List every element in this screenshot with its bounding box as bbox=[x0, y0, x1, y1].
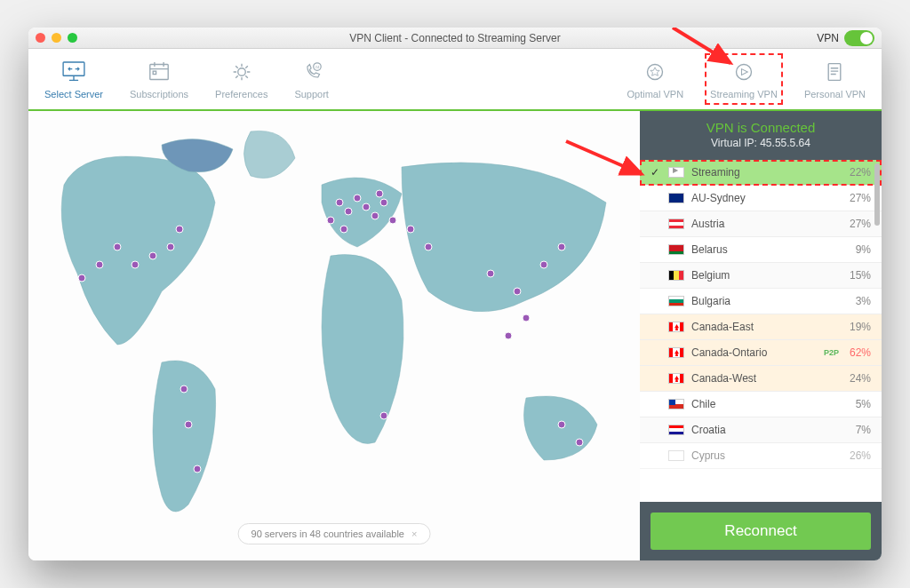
svg-point-46 bbox=[558, 421, 565, 428]
close-window-button[interactable] bbox=[36, 33, 45, 43]
server-row[interactable]: AU-Sydney 27% bbox=[640, 186, 882, 211]
star-badge-icon bbox=[640, 59, 670, 85]
flag-icon bbox=[668, 347, 684, 358]
svg-point-35 bbox=[327, 217, 334, 224]
svg-point-44 bbox=[523, 314, 530, 322]
flag-icon bbox=[668, 322, 684, 332]
server-load: 7% bbox=[856, 424, 871, 436]
toolbar: Select Server Subscriptions Preferences … bbox=[28, 49, 882, 111]
svg-point-24 bbox=[180, 385, 188, 393]
flag-icon bbox=[668, 425, 684, 435]
subscriptions-tab[interactable]: Subscriptions bbox=[130, 59, 188, 99]
server-name: AU-Sydney bbox=[691, 192, 842, 204]
svg-point-29 bbox=[354, 195, 361, 202]
server-load: 19% bbox=[850, 321, 871, 333]
svg-point-25 bbox=[185, 421, 192, 428]
svg-point-45 bbox=[505, 332, 512, 339]
streaming-icon bbox=[668, 167, 684, 178]
svg-point-28 bbox=[345, 208, 352, 215]
flag-icon bbox=[668, 399, 684, 409]
server-load: 3% bbox=[856, 295, 871, 307]
subscriptions-label: Subscriptions bbox=[130, 89, 188, 99]
preferences-tab[interactable]: Preferences bbox=[215, 59, 267, 99]
server-name: Croatia bbox=[691, 424, 849, 436]
svg-point-37 bbox=[407, 226, 414, 233]
document-icon bbox=[819, 59, 850, 85]
svg-rect-0 bbox=[63, 62, 84, 75]
world-map[interactable]: 90 servers in 48 countries available × bbox=[28, 111, 640, 560]
minimize-window-button[interactable] bbox=[52, 33, 61, 43]
server-row[interactable]: Austria 27% bbox=[640, 211, 882, 237]
p2p-badge: P2P bbox=[824, 348, 839, 357]
server-name: Belgium bbox=[691, 269, 842, 282]
fullscreen-window-button[interactable] bbox=[68, 33, 77, 43]
server-sidebar: VPN is Connected Virtual IP: 45.55.5.64 … bbox=[640, 111, 882, 560]
svg-point-33 bbox=[389, 217, 396, 224]
svg-point-22 bbox=[78, 274, 85, 282]
personal-vpn-tab[interactable]: Personal VPN bbox=[804, 59, 866, 99]
server-name: Streaming bbox=[691, 166, 842, 179]
svg-point-31 bbox=[371, 212, 379, 219]
svg-rect-13 bbox=[829, 64, 842, 81]
svg-point-34 bbox=[376, 190, 383, 197]
streaming-vpn-tab[interactable]: Streaming VPN bbox=[710, 59, 778, 99]
flag-icon bbox=[668, 296, 684, 306]
server-row[interactable]: Canada-West 24% bbox=[640, 366, 882, 392]
server-row[interactable]: Chile 5% bbox=[640, 392, 882, 417]
server-name: Belarus bbox=[691, 243, 849, 256]
app-window: VPN Client - Connected to Streaming Serv… bbox=[28, 28, 882, 560]
flag-icon bbox=[668, 244, 684, 255]
window-controls bbox=[36, 33, 77, 43]
server-count-text: 90 servers in 48 countries available bbox=[251, 528, 404, 539]
phone-icon: 24 bbox=[297, 59, 327, 85]
server-load: 5% bbox=[856, 398, 871, 410]
flag-icon bbox=[668, 270, 684, 281]
svg-point-42 bbox=[540, 261, 547, 268]
optimal-vpn-tab[interactable]: Optimal VPN bbox=[627, 59, 684, 99]
calendar-icon bbox=[144, 59, 174, 85]
world-map-svg bbox=[28, 111, 640, 560]
svg-point-19 bbox=[149, 252, 156, 259]
server-row[interactable]: Canada-Ontario P2P 62% bbox=[640, 340, 882, 366]
svg-point-43 bbox=[558, 243, 565, 250]
server-count-pill: 90 servers in 48 countries available × bbox=[238, 523, 431, 544]
server-row[interactable]: Belgium 15% bbox=[640, 263, 882, 289]
svg-point-39 bbox=[380, 412, 387, 419]
flag-icon bbox=[668, 219, 684, 229]
vpn-toggle-label: VPN bbox=[817, 32, 839, 44]
support-tab[interactable]: 24 Support bbox=[294, 59, 329, 99]
server-row[interactable]: Canada-East 19% bbox=[640, 314, 882, 340]
svg-point-20 bbox=[167, 243, 174, 250]
svg-point-38 bbox=[425, 243, 432, 250]
connection-status: VPN is Connected bbox=[651, 120, 871, 135]
server-list[interactable]: ✓ Streaming 22% AU-Sydney 27% Austria 27… bbox=[640, 160, 882, 502]
vpn-master-toggle[interactable]: VPN bbox=[817, 30, 874, 46]
server-name: Canada-East bbox=[691, 321, 842, 333]
svg-point-27 bbox=[336, 199, 343, 206]
svg-point-47 bbox=[576, 439, 583, 446]
server-load: 15% bbox=[850, 269, 871, 282]
window-title: VPN Client - Connected to Streaming Serv… bbox=[28, 32, 882, 44]
scrollbar[interactable] bbox=[874, 163, 880, 226]
close-pill-button[interactable]: × bbox=[411, 528, 417, 539]
server-row[interactable]: Belarus 9% bbox=[640, 237, 882, 263]
svg-point-41 bbox=[514, 288, 521, 295]
server-name: Canada-Ontario bbox=[691, 346, 817, 359]
server-row[interactable]: Croatia 7% bbox=[640, 417, 882, 443]
svg-point-40 bbox=[487, 270, 494, 277]
server-row-streaming[interactable]: ✓ Streaming 22% bbox=[640, 160, 882, 186]
server-load: 26% bbox=[850, 449, 871, 462]
server-row[interactable]: Bulgaria 3% bbox=[640, 289, 882, 314]
support-label: Support bbox=[294, 89, 329, 99]
server-name: Cyprus bbox=[691, 449, 842, 462]
preferences-label: Preferences bbox=[215, 89, 267, 99]
select-server-tab[interactable]: Select Server bbox=[44, 59, 103, 99]
server-load: 62% bbox=[850, 346, 871, 359]
toggle-switch-icon bbox=[844, 30, 874, 46]
server-row[interactable]: Cyprus 26% bbox=[640, 443, 882, 469]
reconnect-button[interactable]: Reconnect bbox=[651, 513, 871, 550]
select-server-label: Select Server bbox=[44, 89, 103, 99]
check-icon: ✓ bbox=[649, 166, 661, 179]
server-load: 24% bbox=[850, 372, 871, 385]
server-name: Chile bbox=[691, 398, 849, 410]
